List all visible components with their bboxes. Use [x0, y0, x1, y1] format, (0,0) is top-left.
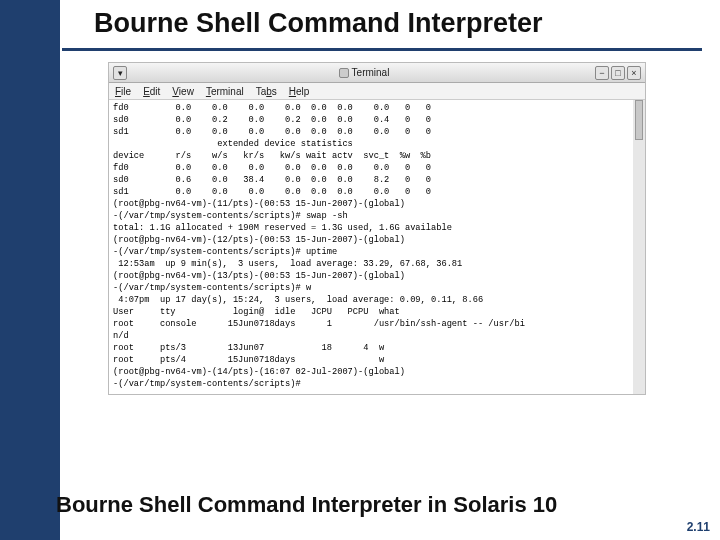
terminal-line: -(/var/tmp/system-contents/scripts)# swa… [113, 210, 629, 222]
minimize-button[interactable]: − [595, 66, 609, 80]
terminal-line: root pts/3 13Jun07 18 4 w [113, 342, 629, 354]
terminal-line: fd0 0.0 0.0 0.0 0.0 0.0 0.0 0.0 0 0 [113, 162, 629, 174]
close-button[interactable]: × [627, 66, 641, 80]
terminal-line: User tty login@ idle JCPU PCPU what [113, 306, 629, 318]
terminal-line: -(/var/tmp/system-contents/scripts)# w [113, 282, 629, 294]
scrollbar-thumb[interactable] [635, 100, 643, 140]
terminal-line: -(/var/tmp/system-contents/scripts)# upt… [113, 246, 629, 258]
terminal-line: -(/var/tmp/system-contents/scripts)# [113, 378, 629, 390]
terminal-output[interactable]: fd0 0.0 0.0 0.0 0.0 0.0 0.0 0.0 0 0sd0 0… [109, 100, 645, 394]
app-menu-icon[interactable]: ▾ [113, 66, 127, 80]
terminal-line: sd0 0.0 0.2 0.0 0.2 0.0 0.0 0.4 0 0 [113, 114, 629, 126]
terminal-window: ▾ Terminal − □ × File Edit View Terminal… [108, 62, 646, 395]
terminal-line: device r/s w/s kr/s kw/s wait actv svc_t… [113, 150, 629, 162]
menu-terminal[interactable]: Terminal [206, 86, 244, 97]
terminal-line: root console 15Jun0718days 1 /usr/bin/ss… [113, 318, 629, 330]
terminal-line: (root@pbg-nv64-vm)-(14/pts)-(16:07 02-Ju… [113, 366, 629, 378]
terminal-line: total: 1.1G allocated + 190M reserved = … [113, 222, 629, 234]
terminal-line: (root@pbg-nv64-vm)-(11/pts)-(00:53 15-Ju… [113, 198, 629, 210]
title-underline [62, 48, 702, 51]
terminal-line: extended device statistics [113, 138, 629, 150]
left-accent-band [0, 0, 60, 540]
terminal-icon [339, 68, 349, 78]
terminal-line: sd1 0.0 0.0 0.0 0.0 0.0 0.0 0.0 0 0 [113, 186, 629, 198]
maximize-button[interactable]: □ [611, 66, 625, 80]
slide-title: Bourne Shell Command Interpreter [94, 8, 543, 39]
window-titlebar[interactable]: ▾ Terminal − □ × [109, 63, 645, 83]
window-title: Terminal [133, 67, 595, 78]
terminal-line: sd0 0.6 0.0 38.4 0.0 0.0 0.0 8.2 0 0 [113, 174, 629, 186]
terminal-line: (root@pbg-nv64-vm)-(12/pts)-(00:53 15-Ju… [113, 234, 629, 246]
terminal-line: root pts/4 15Jun0718days w [113, 354, 629, 366]
window-controls: − □ × [595, 66, 641, 80]
window-title-text: Terminal [352, 67, 390, 78]
menu-edit[interactable]: Edit [143, 86, 160, 97]
menu-view[interactable]: View [172, 86, 194, 97]
terminal-line: 4:07pm up 17 day(s), 15:24, 3 users, loa… [113, 294, 629, 306]
page-number: 2.11 [687, 520, 710, 534]
terminal-line: fd0 0.0 0.0 0.0 0.0 0.0 0.0 0.0 0 0 [113, 102, 629, 114]
terminal-line: sd1 0.0 0.0 0.0 0.0 0.0 0.0 0.0 0 0 [113, 126, 629, 138]
terminal-line: 12:53am up 9 min(s), 3 users, load avera… [113, 258, 629, 270]
terminal-line: (root@pbg-nv64-vm)-(13/pts)-(00:53 15-Ju… [113, 270, 629, 282]
menu-tabs[interactable]: Tabs [256, 86, 277, 97]
menubar: File Edit View Terminal Tabs Help [109, 83, 645, 100]
terminal-line: n/d [113, 330, 629, 342]
menu-help[interactable]: Help [289, 86, 310, 97]
menu-file[interactable]: File [115, 86, 131, 97]
slide-caption: Bourne Shell Command Interpreter in Sola… [56, 492, 557, 518]
